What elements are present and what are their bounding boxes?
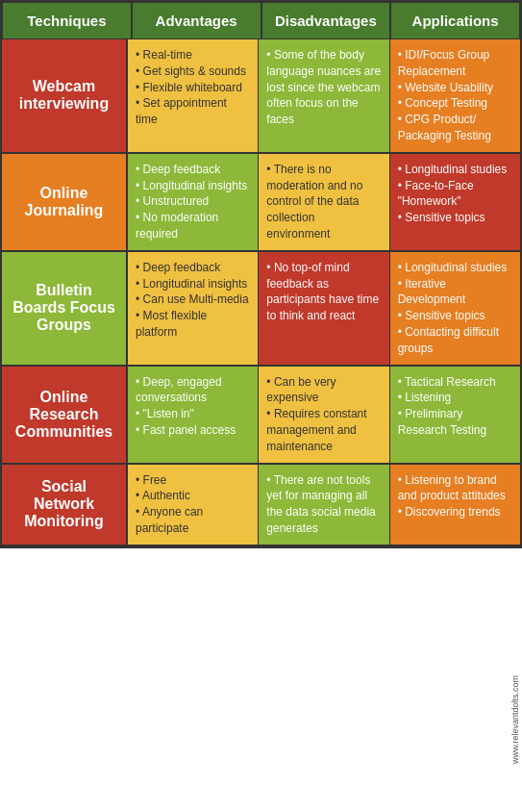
application-item: Preliminary Research Testing [398, 406, 512, 439]
technique-cell-social: Social Network Monitoring [2, 465, 128, 545]
advantage-item: Deep feedback [136, 260, 250, 276]
advantage-item: Flexible whiteboard [136, 80, 250, 96]
advantage-item: Real-time [136, 47, 250, 63]
advantages-cell-webcam: Real-timeGet sights & soundsFlexible whi… [128, 39, 259, 152]
advantage-item: Fast panel access [136, 422, 250, 439]
disadvantage-item: There is no moderation and no control of… [266, 162, 381, 242]
advantage-item: Unstructured [136, 193, 250, 210]
technique-cell-journal: Online Journaling [2, 154, 128, 250]
advantage-item: Longitudinal insights [136, 276, 250, 292]
disadvantage-item: No top-of mind feedback as participants … [266, 260, 381, 324]
advantage-item: Deep, engaged conversations [136, 374, 250, 407]
applications-cell-bulletin: Longitudinal studiesIterative Developmen… [390, 252, 520, 365]
comparison-table: Techniques Advantages Disadvantages Appl… [0, 0, 522, 548]
header-advantages: Advantages [132, 2, 261, 39]
advantage-item: Anyone can participate [136, 504, 250, 537]
advantage-item: Longitudinal insights [136, 178, 250, 194]
applications-cell-webcam: IDI/Focus Group ReplacementWebsite Usabi… [390, 39, 520, 152]
technique-cell-bulletin: Bulletin Boards Focus Groups [2, 252, 128, 365]
technique-cell-community: Online Research Communities [2, 367, 128, 463]
application-item: Concept Testing [398, 95, 512, 112]
application-item: Sensitive topics [398, 308, 512, 324]
table-row: Online Research CommunitiesDeep, engaged… [2, 367, 520, 465]
applications-cell-social: Listening to brand and product attitudes… [390, 465, 520, 545]
applications-cell-journal: Longitudinal studiesFace-to-Face "Homewo… [390, 154, 520, 250]
application-item: Contacting difficult groups [398, 324, 512, 357]
table-header: Techniques Advantages Disadvantages Appl… [2, 2, 520, 39]
disadvantages-cell-journal: There is no moderation and no control of… [259, 154, 389, 250]
advantage-item: Authentic [136, 488, 250, 504]
application-item: Discovering trends [398, 504, 512, 520]
technique-cell-webcam: Webcam interviewing [2, 39, 128, 152]
disadvantages-cell-bulletin: No top-of mind feedback as participants … [259, 252, 389, 365]
table-row: Bulletin Boards Focus GroupsDeep feedbac… [2, 252, 520, 367]
advantage-item: Can use Multi-media [136, 292, 250, 308]
advantage-item: Get sights & sounds [136, 63, 250, 80]
disadvantage-item: Requires constant management and mainten… [266, 406, 381, 454]
application-item: Sensitive topics [398, 210, 512, 226]
advantage-item: Deep feedback [136, 162, 250, 178]
header-applications: Applications [390, 2, 520, 39]
advantage-item: "Listen in" [136, 406, 250, 422]
advantages-cell-journal: Deep feedbackLongitudinal insightsUnstru… [128, 154, 259, 250]
table-body: Webcam interviewingReal-timeGet sights &… [2, 39, 520, 546]
disadvantage-item: Can be very expensive [266, 374, 381, 407]
advantage-item: No moderation required [136, 210, 250, 242]
application-item: Longitudinal studies [398, 162, 512, 178]
application-item: Longitudinal studies [398, 260, 512, 276]
advantage-item: Most flexible platform [136, 308, 250, 341]
disadvantage-item: Some of the body language nuances are lo… [266, 47, 381, 128]
advantage-item: Free [136, 472, 250, 489]
table-row: Webcam interviewingReal-timeGet sights &… [2, 39, 520, 154]
application-item: Iterative Development [398, 276, 512, 309]
disadvantages-cell-social: There are not tools yet for managing all… [259, 465, 389, 545]
application-item: IDI/Focus Group Replacement [398, 47, 512, 80]
advantages-cell-community: Deep, engaged conversations"Listen in"Fa… [128, 367, 259, 463]
advantages-cell-social: FreeAuthenticAnyone can participate [128, 465, 259, 545]
application-item: CPG Product/ Packaging Testing [398, 112, 512, 144]
header-disadvantages: Disadvantages [261, 2, 391, 39]
application-item: Listening to brand and product attitudes [398, 472, 512, 505]
application-item: Tactical Research [398, 374, 512, 391]
application-item: Website Usability [398, 80, 512, 96]
disadvantages-cell-community: Can be very expensiveRequires constant m… [259, 367, 389, 463]
table-row: Online JournalingDeep feedbackLongitudin… [2, 154, 520, 252]
advantages-cell-bulletin: Deep feedbackLongitudinal insightsCan us… [128, 252, 259, 365]
disadvantages-cell-webcam: Some of the body language nuances are lo… [259, 39, 389, 152]
watermark: www.relevantdolts.com [510, 675, 520, 764]
application-item: Listening [398, 390, 512, 406]
application-item: Face-to-Face "Homework" [398, 178, 512, 211]
disadvantage-item: There are not tools yet for managing all… [266, 472, 381, 537]
table-row: Social Network MonitoringFreeAuthenticAn… [2, 465, 520, 546]
advantage-item: Set appointment time [136, 95, 250, 128]
applications-cell-community: Tactical ResearchListeningPreliminary Re… [390, 367, 520, 463]
header-techniques: Techniques [2, 2, 132, 39]
